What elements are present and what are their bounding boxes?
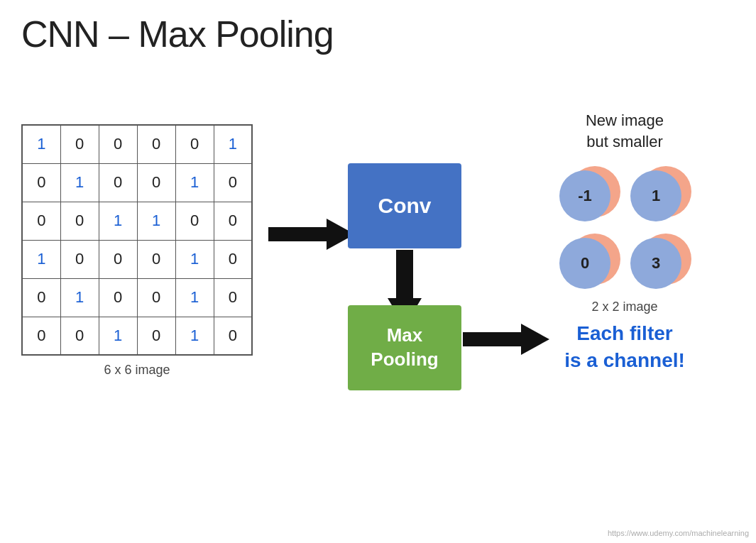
circle-wrapper-0: -1 [554,160,625,228]
cell-0-0: 1 [22,125,60,163]
filter-label: Each filter is a channel! [554,320,696,374]
circle-wrapper-2: 0 [554,228,625,295]
arrow-maxpool-to-output [463,324,549,355]
circle-wrapper-1: 1 [625,160,696,228]
input-matrix: 100001010010001100100010010010001010 6 x… [21,124,253,378]
cell-1-1: 1 [60,163,99,202]
cell-0-4: 0 [175,125,214,163]
cell-2-5: 0 [214,202,252,240]
cell-5-0: 0 [22,317,60,355]
cell-4-3: 0 [137,278,175,317]
circle-front-0: -1 [559,170,610,221]
matrix-label: 6 x 6 image [21,363,253,378]
cell-3-5: 0 [214,240,252,278]
circle-wrapper-3: 3 [625,228,696,295]
page-title: CNN – Max Pooling [21,13,334,55]
conv-box: Conv [348,163,461,248]
cell-1-3: 0 [137,163,175,202]
circle-front-1: 1 [630,170,681,221]
maxpool-box: Max Pooling [348,305,461,390]
cell-3-3: 0 [137,240,175,278]
output-label-top: New image but smaller [554,110,696,152]
cell-2-1: 0 [60,202,99,240]
cell-4-2: 0 [99,278,137,317]
cell-4-4: 1 [175,278,214,317]
circles-grid: -1103 [554,160,696,295]
cell-2-2: 1 [99,202,137,240]
output-label-bottom: 2 x 2 image [554,300,696,314]
cell-2-0: 0 [22,202,60,240]
cell-3-0: 1 [22,240,60,278]
cell-4-1: 1 [60,278,99,317]
circle-front-2: 0 [559,238,610,289]
cell-1-2: 0 [99,163,137,202]
cell-0-2: 0 [99,125,137,163]
cell-3-2: 0 [99,240,137,278]
cell-4-5: 0 [214,278,252,317]
cell-1-4: 1 [175,163,214,202]
cell-2-4: 0 [175,202,214,240]
cell-0-3: 0 [137,125,175,163]
output-area: New image but smaller -1103 2 x 2 image … [554,110,696,374]
grid-table: 100001010010001100100010010010001010 [21,124,253,356]
cell-1-5: 0 [214,163,252,202]
cell-5-5: 0 [214,317,252,355]
arrow-matrix-to-conv [268,219,355,250]
cell-3-4: 1 [175,240,214,278]
cell-5-1: 0 [60,317,99,355]
cell-5-3: 0 [137,317,175,355]
watermark: https://www.udemy.com/machinelearning [608,529,749,537]
cell-5-4: 1 [175,317,214,355]
cell-1-0: 0 [22,163,60,202]
circle-front-3: 3 [630,238,681,289]
cell-5-2: 1 [99,317,137,355]
cell-0-5: 1 [214,125,252,163]
cell-0-1: 0 [60,125,99,163]
cell-2-3: 1 [137,202,175,240]
cell-4-0: 0 [22,278,60,317]
cell-3-1: 0 [60,240,99,278]
